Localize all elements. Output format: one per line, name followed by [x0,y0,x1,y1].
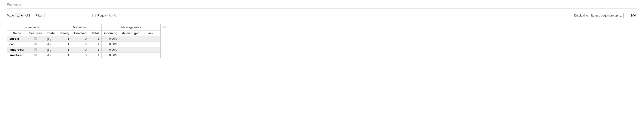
queue-link[interactable]: small-car [10,53,22,57]
ack-cell [141,41,161,47]
ready-cell: 1 [58,36,72,41]
col-name[interactable]: Name [7,30,27,36]
ready-cell: 1 [58,41,72,47]
incoming-cell: 0.00/s [102,41,120,47]
help-icon[interactable]: (?) [112,14,116,17]
deliver-cell [120,36,141,41]
of-label: of 1 [25,14,30,17]
col-incoming[interactable]: incoming [102,30,120,36]
col-features[interactable]: Features [27,30,44,36]
ack-cell [141,52,161,58]
incoming-cell: 0.00/s [102,47,120,52]
table-row: caridle1010.00/s [7,41,161,47]
deliver-cell [120,41,141,47]
col-total[interactable]: Total [89,30,102,36]
group-header-overview: Overview [7,24,58,30]
ready-cell: 1 [58,47,72,52]
ack-cell [141,47,161,52]
total-cell: 1 [89,47,102,52]
group-header-messages: Messages [58,24,102,30]
unacked-cell: 0 [72,41,89,47]
ack-cell [141,36,161,41]
col-deliver[interactable]: deliver / get [120,30,141,36]
total-cell: 1 [89,52,102,58]
ready-cell: 1 [58,52,72,58]
queues-table: Overview Messages Message rates Name Fea… [7,24,161,58]
deliver-cell [120,47,141,52]
filter-input[interactable] [44,13,88,18]
queue-link[interactable]: car [10,42,14,46]
col-ack[interactable]: ack [141,30,161,36]
table-row: big-caridle1010.00/s [7,36,161,41]
regex-checkbox[interactable] [92,14,96,17]
page-label: Page [7,14,14,17]
displaying-label: Displaying 4 items , page size up to: [574,14,622,17]
queue-link[interactable]: middle-car [10,48,24,51]
table-row: small-caridle1010.00/s [7,52,161,58]
unacked-cell: 0 [72,52,89,58]
unacked-cell: 0 [72,47,89,52]
feature-icon [34,48,37,51]
unacked-cell: 0 [72,36,89,41]
col-ready[interactable]: Ready [58,30,72,36]
total-cell: 1 [89,41,102,47]
col-unacked[interactable]: Unacked [72,30,89,36]
incoming-cell: 0.00/s [102,52,120,58]
state-label: idle [46,53,51,57]
regex-label: Regex [97,14,106,17]
feature-icon [34,54,37,56]
state-label: idle [46,48,51,52]
add-remove-columns-button[interactable]: +/- [163,24,166,29]
total-cell: 1 [89,36,102,41]
filter-label: - Filter: [34,14,43,17]
incoming-cell: 0.00/s [102,36,120,41]
table-row: middle-caridle1010.00/s [7,47,161,52]
deliver-cell [120,52,141,58]
state-label: idle [46,42,51,46]
col-state[interactable]: State [44,30,58,36]
help-icon[interactable]: (?) [108,14,111,17]
pagination-section-title: Pagination [7,0,637,9]
state-label: idle [46,37,51,41]
page-select[interactable]: 1 [15,13,24,18]
queue-link[interactable]: big-car [10,37,19,40]
group-header-message-rates: Message rates [102,24,161,30]
feature-icon [34,37,37,40]
page-size-input[interactable] [623,13,637,18]
feature-icon [34,43,37,45]
